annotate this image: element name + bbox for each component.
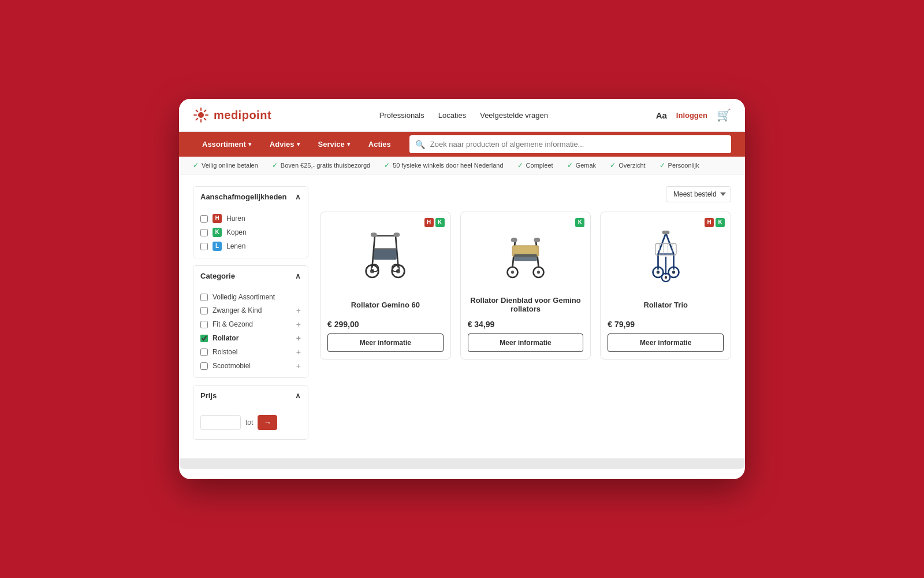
feature-0: ✓ Veilig online betalen xyxy=(193,161,258,169)
filter-item-lenen[interactable]: L Lenen xyxy=(200,239,301,253)
badge-h-product3: H xyxy=(705,218,714,227)
check-icon: ✓ xyxy=(567,161,573,169)
svg-rect-38 xyxy=(662,231,669,234)
nav-acties[interactable]: Acties xyxy=(359,132,400,157)
filter-categorie: Categorie ∧ Volledig Assortiment Zwanger… xyxy=(193,265,308,378)
checkbox-rollator[interactable] xyxy=(200,335,208,342)
product-price-2: € 34,99 xyxy=(468,320,584,329)
filter-aanschaf-header[interactable]: Aanschafmogelijkheden ∧ xyxy=(193,187,308,207)
check-icon: ✓ xyxy=(272,161,278,169)
price-go-button[interactable]: → xyxy=(258,415,277,430)
feature-5: ✓ Overzicht xyxy=(610,161,645,169)
filter-item-rolstoel[interactable]: Rolstoel + xyxy=(200,345,301,359)
product-card-3: H K xyxy=(600,212,731,360)
chevron-down-icon: ▾ xyxy=(347,141,350,147)
product-price-1: € 299,00 xyxy=(327,320,444,329)
product-name-3: Rollator Trio xyxy=(608,294,724,315)
checkbox-lenen[interactable] xyxy=(200,243,208,250)
sort-select[interactable]: Meest besteld xyxy=(666,186,731,202)
meer-info-button-1[interactable]: Meer informatie xyxy=(327,334,444,352)
font-size-button[interactable]: Aa xyxy=(656,110,667,120)
professionals-link[interactable]: Professionals xyxy=(379,111,424,120)
svg-line-5 xyxy=(196,110,198,112)
sidebar-filters: Aanschafmogelijkheden ∧ H Huren K Kopen xyxy=(193,186,308,447)
product-image-1 xyxy=(327,219,444,288)
plus-icon[interactable]: + xyxy=(296,320,301,329)
badge-k-product1: K xyxy=(435,218,445,227)
main-nav: Assortiment ▾ Advies ▾ Service ▾ Acties … xyxy=(179,132,745,157)
check-icon: ✓ xyxy=(610,161,616,169)
logo[interactable]: medipoint xyxy=(193,107,271,123)
filter-categorie-header[interactable]: Categorie ∧ xyxy=(193,266,308,286)
badge-k: K xyxy=(213,228,222,237)
checkbox-volledig[interactable] xyxy=(200,294,208,301)
laptop-bottom-bar xyxy=(179,458,745,469)
check-icon: ✓ xyxy=(517,161,523,169)
checkbox-fit[interactable] xyxy=(200,321,208,328)
svg-point-0 xyxy=(198,112,204,118)
product-image-2 xyxy=(468,219,584,288)
filter-item-volledig[interactable]: Volledig Assortiment xyxy=(200,291,301,303)
login-link[interactable]: Inloggen xyxy=(676,111,707,120)
feature-6: ✓ Persoonlijk xyxy=(660,161,699,169)
cart-icon[interactable]: 🛒 xyxy=(717,108,731,122)
product-name-2: Rollator Dienblad voor Gemino rollators xyxy=(468,294,584,315)
check-icon: ✓ xyxy=(193,161,199,169)
plus-icon[interactable]: + xyxy=(296,334,301,343)
nav-assortiment[interactable]: Assortiment ▾ xyxy=(193,132,260,157)
price-min-input[interactable] xyxy=(200,415,241,430)
filter-aanschaf: Aanschafmogelijkheden ∧ H Huren K Kopen xyxy=(193,186,308,258)
filter-item-scootmobiel[interactable]: Scootmobiel + xyxy=(200,359,301,373)
chevron-up-icon: ∧ xyxy=(295,391,301,400)
feature-3: ✓ Compleet xyxy=(517,161,553,169)
meer-info-button-3[interactable]: Meer informatie xyxy=(608,334,724,352)
filter-item-rollator[interactable]: Rollator + xyxy=(200,331,301,345)
svg-line-8 xyxy=(196,118,198,120)
nav-advies[interactable]: Advies ▾ xyxy=(260,132,309,157)
feature-1: ✓ Boven €25,- gratis thuisbezorgd xyxy=(272,161,370,169)
checkbox-zwanger[interactable] xyxy=(200,307,208,314)
feature-4: ✓ Gemak xyxy=(567,161,596,169)
search-icon: 🔍 xyxy=(415,140,425,149)
search-input[interactable] xyxy=(409,135,731,153)
plus-icon[interactable]: + xyxy=(296,347,301,357)
badge-k-product2: K xyxy=(575,218,584,227)
meer-info-button-2[interactable]: Meer informatie xyxy=(468,334,584,352)
svg-line-7 xyxy=(204,110,206,112)
filter-prijs-header[interactable]: Prijs ∧ xyxy=(193,386,308,406)
filter-item-huren[interactable]: H Huren xyxy=(200,212,301,225)
locaties-link[interactable]: Locaties xyxy=(438,111,466,120)
faq-link[interactable]: Veelgestelde vragen xyxy=(480,111,548,120)
chevron-up-icon: ∧ xyxy=(295,192,301,201)
chevron-up-icon: ∧ xyxy=(295,272,301,280)
sort-bar: Meest besteld xyxy=(320,186,731,202)
checkbox-kopen[interactable] xyxy=(200,229,208,236)
price-range: tot → xyxy=(200,410,301,435)
svg-point-30 xyxy=(511,271,514,273)
checkbox-huren[interactable] xyxy=(200,215,208,223)
checkbox-scootmobiel[interactable] xyxy=(200,362,208,370)
svg-rect-28 xyxy=(514,254,537,261)
product-grid: H K xyxy=(320,212,731,360)
features-bar: ✓ Veilig online betalen ✓ Boven €25,- gr… xyxy=(179,157,745,175)
product-badges-1: H K xyxy=(424,218,445,227)
product-badges-2: K xyxy=(575,218,584,227)
svg-line-6 xyxy=(204,118,206,120)
svg-rect-24 xyxy=(511,238,517,242)
filter-item-fit[interactable]: Fit & Gezond + xyxy=(200,317,301,331)
badge-k-product3: K xyxy=(716,218,725,227)
svg-rect-14 xyxy=(394,232,400,236)
filter-item-kopen[interactable]: K Kopen xyxy=(200,225,301,239)
check-icon: ✓ xyxy=(660,161,665,169)
product-price-3: € 79,99 xyxy=(608,320,724,329)
check-icon: ✓ xyxy=(384,161,390,169)
plus-icon[interactable]: + xyxy=(296,306,301,315)
svg-rect-15 xyxy=(374,249,397,260)
plus-icon[interactable]: + xyxy=(296,361,301,370)
product-badges-3: H K xyxy=(705,218,725,227)
top-nav-links: Professionals Locaties Veelgestelde vrag… xyxy=(379,111,548,120)
filter-item-zwanger[interactable]: Zwanger & Kind + xyxy=(200,303,301,317)
checkbox-rolstoel[interactable] xyxy=(200,349,208,356)
svg-point-32 xyxy=(537,271,540,273)
nav-service[interactable]: Service ▾ xyxy=(309,132,359,157)
